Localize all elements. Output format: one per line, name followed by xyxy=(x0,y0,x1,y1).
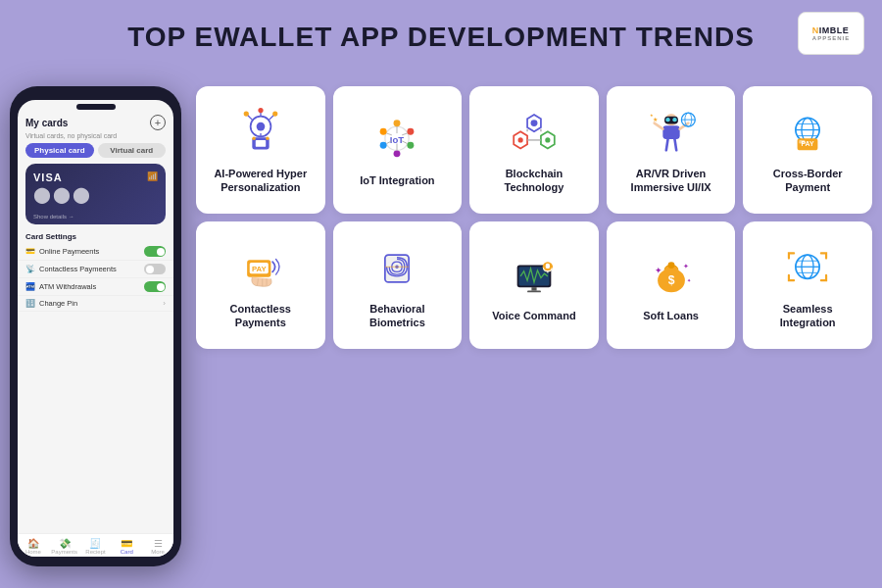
ai-label: AI-Powered HyperPersonalization xyxy=(214,167,307,195)
svg-point-17 xyxy=(408,142,415,149)
card-display: VISA ⬤⬤⬤ Show details → 📶 xyxy=(25,164,166,224)
svg-point-15 xyxy=(394,120,401,126)
svg-point-3 xyxy=(243,111,248,116)
blockchain-icon xyxy=(509,108,560,159)
seamless-icon xyxy=(782,243,833,294)
svg-point-30 xyxy=(518,137,523,142)
settings-title: Card Settings xyxy=(18,229,173,243)
svg-text:PAY: PAY xyxy=(252,264,268,272)
logo: NIMBLE APPSENIE xyxy=(798,12,864,55)
iot-icon: IoT xyxy=(371,115,422,166)
svg-rect-37 xyxy=(662,125,679,139)
seamless-label: SeamlessIntegration xyxy=(780,302,836,330)
add-card-button[interactable]: + xyxy=(150,115,166,130)
setting-atm: 🏧 ATM Withdrawals xyxy=(18,278,173,296)
svg-point-40 xyxy=(672,118,676,122)
pin-chevron-icon: › xyxy=(163,299,166,308)
trend-behavioral: BehavioralBiometrics xyxy=(333,221,463,349)
behavioral-label: BehavioralBiometrics xyxy=(369,302,425,330)
trend-softloans: $ ✦ ✦ ✦ Soft Loans xyxy=(607,221,736,349)
svg-point-11 xyxy=(252,136,255,139)
svg-line-49 xyxy=(674,139,676,150)
online-toggle[interactable] xyxy=(144,246,166,257)
bottom-navigation: 🏠Home 💸Payments 🧾Reciept 💳Card ☰More xyxy=(18,533,173,557)
atm-toggle[interactable] xyxy=(144,281,166,292)
nav-more[interactable]: ☰More xyxy=(142,538,173,555)
trend-blockchain: BlockchainTechnology xyxy=(469,86,599,214)
svg-point-1 xyxy=(256,122,265,130)
behavioral-icon xyxy=(371,243,422,294)
page-header: TOP EWALLET APP DEVELOPMENT TRENDS xyxy=(0,0,882,63)
trend-seamless: SeamlessIntegration xyxy=(743,221,872,349)
nav-payments[interactable]: 💸Payments xyxy=(49,538,80,555)
svg-text:★: ★ xyxy=(653,117,658,122)
svg-point-18 xyxy=(394,150,401,157)
svg-text:$: $ xyxy=(667,273,674,287)
contactless-payments-label: ContactlessPayments xyxy=(230,302,291,330)
svg-point-19 xyxy=(380,142,387,149)
arvr-icon: ★ ★ xyxy=(646,108,697,159)
trend-ai: AI-Powered HyperPersonalization xyxy=(196,86,325,214)
page-title: TOP EWALLET APP DEVELOPMENT TRENDS xyxy=(10,22,872,53)
ai-icon xyxy=(235,108,286,159)
card-brand: VISA xyxy=(33,172,158,183)
svg-text:IoT: IoT xyxy=(390,133,404,144)
trends-row-1: AI-Powered HyperPersonalization IoT xyxy=(196,86,872,214)
setting-contactless: 📡 Contactless Paymeents xyxy=(18,261,173,278)
trend-voice: Voice Command xyxy=(469,221,599,349)
card-tabs: Physical card Virtual card xyxy=(25,143,166,158)
svg-point-28 xyxy=(531,120,538,126)
svg-rect-72 xyxy=(546,264,550,269)
phone-subtitle: Virtual cards, no physical card xyxy=(18,132,173,143)
nav-card[interactable]: 💳Card xyxy=(111,538,142,555)
setting-pin[interactable]: 🔢 Change Pin › xyxy=(18,296,173,312)
svg-line-41 xyxy=(654,122,662,128)
contactless-icon: 📡 xyxy=(25,265,35,273)
svg-rect-9 xyxy=(256,140,266,147)
svg-text:✦: ✦ xyxy=(683,263,689,270)
card-number-dots: ⬤⬤⬤ xyxy=(33,185,158,204)
svg-point-32 xyxy=(545,137,550,142)
show-details[interactable]: Show details → xyxy=(33,214,74,220)
svg-line-48 xyxy=(665,139,667,150)
blockchain-label: BlockchainTechnology xyxy=(505,167,564,195)
svg-point-20 xyxy=(380,128,387,135)
svg-rect-70 xyxy=(527,290,541,292)
svg-text:✦: ✦ xyxy=(686,277,690,283)
voice-label: Voice Command xyxy=(492,309,575,322)
contactless-label: Contactless Paymeents xyxy=(39,265,140,273)
softloans-label: Soft Loans xyxy=(643,309,699,322)
svg-point-39 xyxy=(665,118,669,122)
phone-title: My cards xyxy=(25,118,68,128)
trends-grid: AI-Powered HyperPersonalization IoT xyxy=(196,86,872,578)
softloans-icon: $ ✦ ✦ ✦ xyxy=(646,250,697,301)
atm-icon: 🏧 xyxy=(25,282,35,291)
svg-point-5 xyxy=(272,111,277,116)
nav-home[interactable]: 🏠Home xyxy=(18,538,49,555)
nav-receipt[interactable]: 🧾Reciept xyxy=(80,538,112,555)
trends-row-2: PAY ContactlessPayments xyxy=(196,221,872,349)
pin-icon: 🔢 xyxy=(25,299,35,308)
crossborder-label: Cross-BorderPayment xyxy=(773,167,843,195)
svg-text:✦: ✦ xyxy=(654,266,662,275)
trend-arvr: ★ ★ AR/VR DrivenImmersive UI/IX xyxy=(607,86,736,214)
trend-iot: IoT IoT Integration xyxy=(333,86,463,214)
trend-crossborder: PAY Cross-BorderPayment xyxy=(743,86,872,214)
atm-label: ATM Withdrawals xyxy=(39,282,140,291)
setting-online: 💳 Online Paymeents xyxy=(18,243,173,261)
svg-rect-69 xyxy=(531,287,536,290)
arvr-label: AR/VR DrivenImmersive UI/IX xyxy=(631,167,711,195)
svg-text:★: ★ xyxy=(650,112,654,117)
phone-notch xyxy=(76,104,116,110)
phone-mockup: My cards + Virtual cards, no physical ca… xyxy=(10,86,181,566)
trend-contactless: PAY ContactlessPayments xyxy=(196,221,325,349)
tab-virtual[interactable]: Virtual card xyxy=(98,143,167,158)
contactless-toggle[interactable] xyxy=(144,264,166,274)
tab-physical[interactable]: Physical card xyxy=(25,143,94,158)
iot-label: IoT Integration xyxy=(360,173,434,187)
svg-point-12 xyxy=(266,136,269,139)
online-icon: 💳 xyxy=(25,247,35,256)
svg-rect-57 xyxy=(800,140,806,143)
svg-point-7 xyxy=(258,108,263,113)
crossborder-icon: PAY xyxy=(782,108,833,159)
